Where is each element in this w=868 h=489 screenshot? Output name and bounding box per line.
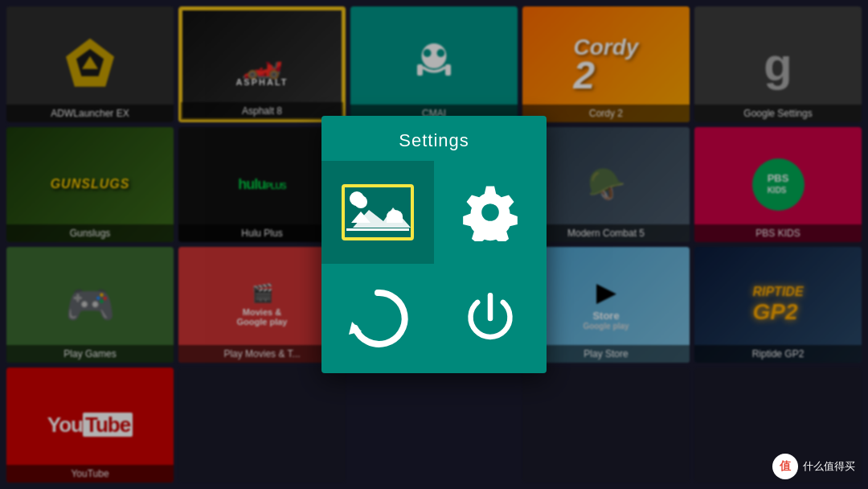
power-icon xyxy=(461,290,519,347)
watermark-text: 什么值得买 xyxy=(803,459,855,474)
settings-grid xyxy=(321,161,547,373)
watermark-logo: 值 xyxy=(772,454,798,479)
settings-overlay: Settings xyxy=(0,0,868,489)
svg-marker-5 xyxy=(353,208,411,228)
settings-wallpaper-button[interactable] xyxy=(321,161,434,264)
gear-icon xyxy=(461,183,519,241)
settings-power-button[interactable] xyxy=(434,264,547,373)
settings-reset-button[interactable] xyxy=(321,264,434,373)
settings-preferences-button[interactable] xyxy=(434,161,547,264)
svg-point-6 xyxy=(350,191,364,206)
wallpaper-horizon-line xyxy=(346,228,409,231)
refresh-icon xyxy=(346,286,410,351)
settings-dialog: Settings xyxy=(321,116,547,373)
watermark: 值 什么值得买 xyxy=(772,454,855,479)
wallpaper-icon xyxy=(342,184,414,240)
settings-title: Settings xyxy=(321,116,547,161)
